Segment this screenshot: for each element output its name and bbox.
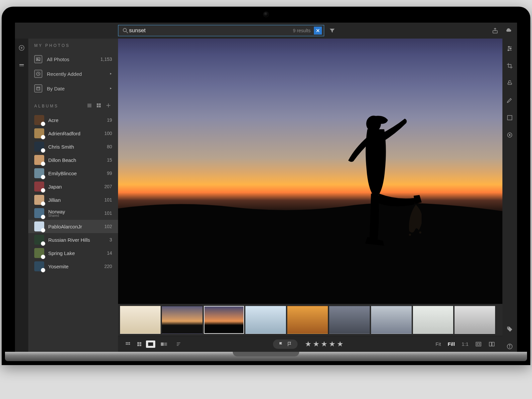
- nav-count: ‣: [109, 71, 112, 76]
- album-name: Yosemite: [48, 264, 100, 269]
- filmstrip-thumb[interactable]: [413, 306, 454, 334]
- album-name: Spring Lake: [48, 250, 103, 256]
- search-result-count: 9 results: [290, 28, 314, 33]
- album-count: 3: [109, 237, 112, 242]
- linear-gradient-icon[interactable]: [504, 112, 515, 123]
- album-count: 102: [104, 224, 112, 229]
- flag-controls[interactable]: [273, 339, 298, 349]
- svg-point-54: [508, 50, 509, 51]
- svg-rect-9: [19, 66, 24, 66]
- svg-line-1: [126, 32, 128, 33]
- before-after-icon[interactable]: [486, 339, 497, 349]
- zoom-1to1-button[interactable]: 1:1: [460, 341, 470, 347]
- svg-rect-41: [164, 342, 167, 346]
- svg-rect-48: [492, 342, 494, 346]
- sync-badge-icon: [41, 188, 45, 193]
- album-thumbnail: [34, 182, 44, 192]
- zoom-fill-button[interactable]: Fill: [446, 341, 457, 347]
- view-compare-icon[interactable]: [159, 340, 169, 348]
- flag-reject-icon[interactable]: [287, 341, 292, 347]
- sync-badge-icon: [41, 241, 45, 246]
- share-icon[interactable]: [490, 25, 500, 36]
- search-input[interactable]: [129, 27, 290, 34]
- filmstrip-thumb[interactable]: [287, 306, 328, 334]
- filmstrip-thumb[interactable]: [204, 306, 244, 334]
- laptop-camera: [264, 12, 268, 17]
- album-item-japan[interactable]: Japan207: [28, 180, 118, 193]
- svg-point-59: [508, 328, 509, 329]
- album-thumbnail: [34, 235, 44, 245]
- album-name: Chris Smith: [48, 144, 103, 150]
- add-photo-icon[interactable]: [16, 43, 27, 53]
- album-thumbnail: [34, 208, 44, 218]
- brush-icon[interactable]: [504, 95, 515, 106]
- svg-rect-8: [19, 64, 24, 65]
- album-item-pabloalarconjr[interactable]: PabloAlarconJr102: [28, 220, 118, 233]
- sync-badge-icon: [41, 148, 45, 153]
- right-tool-strip: [502, 39, 517, 352]
- sidebar-nav-all-photos[interactable]: All Photos1,153: [28, 52, 118, 66]
- album-item-chris-smith[interactable]: Chris Smith80: [28, 140, 118, 153]
- sort-icon[interactable]: [174, 340, 183, 348]
- album-view-grid-icon[interactable]: [95, 102, 102, 110]
- filmstrip-thumb[interactable]: [120, 306, 161, 334]
- sidebar-nav-recently-added[interactable]: Recently Added‣: [28, 66, 118, 81]
- search-box[interactable]: 9 results: [118, 25, 324, 36]
- library-icon[interactable]: [16, 61, 27, 71]
- healing-brush-icon[interactable]: [504, 78, 515, 88]
- clock-icon: [34, 70, 42, 78]
- sync-badge-icon: [41, 215, 45, 219]
- sidebar: MY PHOTOS All Photos1,153Recently Added‣…: [28, 39, 118, 352]
- album-thumbnail: [34, 261, 44, 271]
- info-icon[interactable]: [504, 341, 515, 352]
- filmstrip: [118, 304, 502, 336]
- radial-gradient-icon[interactable]: [504, 130, 515, 140]
- clear-search-button[interactable]: [314, 27, 322, 35]
- view-grid-large-icon[interactable]: [135, 340, 144, 348]
- svg-rect-34: [129, 343, 130, 344]
- album-item-russian-river-hills[interactable]: Russian River Hills3: [28, 233, 118, 246]
- filmstrip-thumb[interactable]: [245, 306, 286, 334]
- album-name: Dillon Beach: [48, 157, 103, 163]
- album-item-jillian[interactable]: Jillian101: [28, 193, 118, 206]
- album-name: EmilyBlincoe: [48, 171, 103, 176]
- main-photo[interactable]: [118, 39, 502, 304]
- album-name: Acre: [48, 117, 103, 123]
- sidebar-nav-by-date[interactable]: By Date‣: [28, 81, 118, 96]
- album-item-dillon-beach[interactable]: Dillon Beach15: [28, 153, 118, 167]
- edit-sliders-icon[interactable]: [504, 43, 515, 54]
- svg-rect-55: [508, 83, 512, 84]
- image-icon: [34, 55, 42, 63]
- album-count: 99: [107, 171, 112, 176]
- rating-stars[interactable]: ★★★★★: [305, 340, 343, 348]
- zoom-fit-button[interactable]: Fit: [434, 341, 443, 347]
- top-bar: 9 results: [15, 23, 517, 39]
- view-grid-small-icon[interactable]: [123, 340, 133, 348]
- svg-rect-37: [137, 344, 139, 346]
- album-view-list-icon[interactable]: [86, 102, 93, 110]
- filmstrip-thumb[interactable]: [162, 306, 202, 334]
- album-item-acre[interactable]: Acre19: [28, 113, 118, 127]
- filmstrip-thumb[interactable]: [455, 306, 495, 334]
- sync-badge-icon: [41, 122, 45, 126]
- add-album-icon[interactable]: [105, 102, 112, 110]
- album-item-spring-lake[interactable]: Spring Lake14: [28, 246, 118, 260]
- sync-badge-icon: [41, 255, 45, 259]
- album-item-emilyblincoe[interactable]: EmilyBlincoe99: [28, 167, 118, 180]
- crop-icon[interactable]: [504, 61, 515, 71]
- filmstrip-thumb[interactable]: [371, 306, 412, 334]
- svg-rect-18: [97, 103, 98, 105]
- album-item-adrienradford[interactable]: AdrienRadford100: [28, 127, 118, 140]
- album-item-norway[interactable]: NorwayShared101: [28, 206, 118, 220]
- filter-icon[interactable]: [327, 25, 337, 36]
- keywords-tag-icon[interactable]: [504, 324, 515, 334]
- album-thumbnail: [34, 115, 44, 125]
- view-single-icon[interactable]: [146, 340, 155, 348]
- album-item-yosemite[interactable]: Yosemite220: [28, 260, 118, 273]
- svg-rect-36: [140, 342, 141, 344]
- cloud-sync-icon[interactable]: [503, 25, 514, 36]
- flag-pick-icon[interactable]: [278, 341, 284, 347]
- svg-point-25: [411, 225, 414, 228]
- filmstrip-thumb[interactable]: [329, 306, 370, 334]
- show-original-icon[interactable]: [473, 339, 484, 349]
